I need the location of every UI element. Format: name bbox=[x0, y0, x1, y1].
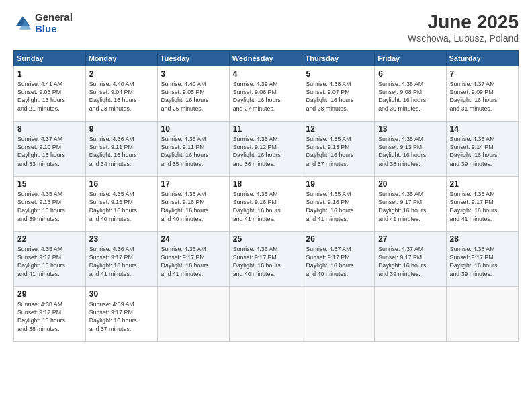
logo: General Blue bbox=[13, 12, 73, 34]
day-number: 26 bbox=[306, 234, 371, 244]
day-number: 2 bbox=[89, 69, 154, 79]
day-number: 12 bbox=[306, 124, 371, 134]
table-row bbox=[302, 286, 375, 341]
day-number: 7 bbox=[450, 69, 515, 79]
table-row bbox=[446, 286, 518, 341]
day-number: 22 bbox=[17, 234, 82, 244]
day-info: Sunrise: 4:36 AM Sunset: 9:11 PM Dayligh… bbox=[161, 135, 226, 168]
table-row: 28Sunrise: 4:38 AM Sunset: 9:17 PM Dayli… bbox=[446, 231, 518, 286]
day-number: 17 bbox=[161, 179, 226, 189]
col-sunday: Sunday bbox=[14, 50, 86, 66]
day-info: Sunrise: 4:35 AM Sunset: 9:16 PM Dayligh… bbox=[233, 190, 299, 223]
col-wednesday: Wednesday bbox=[229, 50, 302, 66]
table-row: 19Sunrise: 4:35 AM Sunset: 9:16 PM Dayli… bbox=[302, 176, 375, 231]
day-number: 14 bbox=[450, 124, 515, 134]
table-row: 26Sunrise: 4:37 AM Sunset: 9:17 PM Dayli… bbox=[302, 231, 375, 286]
col-friday: Friday bbox=[375, 50, 446, 66]
day-info: Sunrise: 4:38 AM Sunset: 9:17 PM Dayligh… bbox=[450, 245, 515, 278]
calendar-header-row: Sunday Monday Tuesday Wednesday Thursday… bbox=[14, 50, 519, 66]
day-number: 29 bbox=[17, 289, 82, 299]
day-number: 24 bbox=[161, 234, 226, 244]
table-row bbox=[229, 286, 302, 341]
table-row: 13Sunrise: 4:35 AM Sunset: 9:13 PM Dayli… bbox=[375, 121, 446, 176]
header: General Blue June 2025 Wschowa, Lubusz, … bbox=[13, 12, 519, 44]
title-block: June 2025 Wschowa, Lubusz, Poland bbox=[408, 12, 519, 44]
day-number: 21 bbox=[450, 179, 515, 189]
col-tuesday: Tuesday bbox=[157, 50, 229, 66]
table-row: 10Sunrise: 4:36 AM Sunset: 9:11 PM Dayli… bbox=[157, 121, 229, 176]
day-info: Sunrise: 4:35 AM Sunset: 9:16 PM Dayligh… bbox=[306, 190, 371, 223]
table-row: 1Sunrise: 4:41 AM Sunset: 9:03 PM Daylig… bbox=[14, 66, 86, 121]
table-row: 4Sunrise: 4:39 AM Sunset: 9:06 PM Daylig… bbox=[229, 66, 302, 121]
table-row: 18Sunrise: 4:35 AM Sunset: 9:16 PM Dayli… bbox=[229, 176, 302, 231]
day-number: 28 bbox=[450, 234, 515, 244]
day-number: 13 bbox=[378, 124, 442, 134]
day-info: Sunrise: 4:35 AM Sunset: 9:17 PM Dayligh… bbox=[450, 190, 515, 223]
day-info: Sunrise: 4:36 AM Sunset: 9:17 PM Dayligh… bbox=[161, 245, 226, 278]
table-row: 30Sunrise: 4:39 AM Sunset: 9:17 PM Dayli… bbox=[85, 286, 157, 341]
day-info: Sunrise: 4:37 AM Sunset: 9:17 PM Dayligh… bbox=[378, 245, 442, 278]
day-info: Sunrise: 4:37 AM Sunset: 9:10 PM Dayligh… bbox=[17, 135, 82, 168]
day-info: Sunrise: 4:35 AM Sunset: 9:17 PM Dayligh… bbox=[17, 245, 82, 278]
table-row: 7Sunrise: 4:37 AM Sunset: 9:09 PM Daylig… bbox=[446, 66, 518, 121]
table-row: 22Sunrise: 4:35 AM Sunset: 9:17 PM Dayli… bbox=[14, 231, 86, 286]
day-number: 11 bbox=[233, 124, 299, 134]
day-info: Sunrise: 4:36 AM Sunset: 9:12 PM Dayligh… bbox=[233, 135, 299, 168]
logo-icon bbox=[13, 14, 32, 33]
col-saturday: Saturday bbox=[446, 50, 518, 66]
table-row: 9Sunrise: 4:36 AM Sunset: 9:11 PM Daylig… bbox=[85, 121, 157, 176]
page: General Blue June 2025 Wschowa, Lubusz, … bbox=[0, 0, 532, 411]
day-info: Sunrise: 4:39 AM Sunset: 9:06 PM Dayligh… bbox=[233, 80, 299, 113]
day-number: 30 bbox=[89, 289, 154, 299]
day-info: Sunrise: 4:37 AM Sunset: 9:09 PM Dayligh… bbox=[450, 80, 515, 113]
table-row: 25Sunrise: 4:36 AM Sunset: 9:17 PM Dayli… bbox=[229, 231, 302, 286]
day-info: Sunrise: 4:40 AM Sunset: 9:04 PM Dayligh… bbox=[89, 80, 154, 113]
table-row: 20Sunrise: 4:35 AM Sunset: 9:17 PM Dayli… bbox=[375, 176, 446, 231]
col-thursday: Thursday bbox=[302, 50, 375, 66]
table-row: 16Sunrise: 4:35 AM Sunset: 9:15 PM Dayli… bbox=[85, 176, 157, 231]
day-number: 1 bbox=[17, 69, 82, 79]
day-info: Sunrise: 4:35 AM Sunset: 9:14 PM Dayligh… bbox=[450, 135, 515, 168]
table-row: 24Sunrise: 4:36 AM Sunset: 9:17 PM Dayli… bbox=[157, 231, 229, 286]
table-row: 5Sunrise: 4:38 AM Sunset: 9:07 PM Daylig… bbox=[302, 66, 375, 121]
table-row: 6Sunrise: 4:38 AM Sunset: 9:08 PM Daylig… bbox=[375, 66, 446, 121]
day-info: Sunrise: 4:36 AM Sunset: 9:17 PM Dayligh… bbox=[233, 245, 299, 278]
day-info: Sunrise: 4:35 AM Sunset: 9:15 PM Dayligh… bbox=[17, 190, 82, 223]
main-title: June 2025 bbox=[408, 12, 519, 33]
day-info: Sunrise: 4:38 AM Sunset: 9:17 PM Dayligh… bbox=[17, 300, 82, 333]
day-number: 19 bbox=[306, 179, 371, 189]
day-number: 8 bbox=[17, 124, 82, 134]
day-number: 3 bbox=[161, 69, 226, 79]
table-row: 14Sunrise: 4:35 AM Sunset: 9:14 PM Dayli… bbox=[446, 121, 518, 176]
table-row: 29Sunrise: 4:38 AM Sunset: 9:17 PM Dayli… bbox=[14, 286, 86, 341]
col-monday: Monday bbox=[85, 50, 157, 66]
day-number: 20 bbox=[378, 179, 442, 189]
day-info: Sunrise: 4:35 AM Sunset: 9:16 PM Dayligh… bbox=[161, 190, 226, 223]
day-number: 9 bbox=[89, 124, 154, 134]
day-number: 6 bbox=[378, 69, 442, 79]
day-number: 27 bbox=[378, 234, 442, 244]
calendar-table: Sunday Monday Tuesday Wednesday Thursday… bbox=[13, 50, 519, 342]
table-row: 21Sunrise: 4:35 AM Sunset: 9:17 PM Dayli… bbox=[446, 176, 518, 231]
day-number: 16 bbox=[89, 179, 154, 189]
day-info: Sunrise: 4:38 AM Sunset: 9:08 PM Dayligh… bbox=[378, 80, 442, 113]
table-row bbox=[375, 286, 446, 341]
day-number: 23 bbox=[89, 234, 154, 244]
day-info: Sunrise: 4:41 AM Sunset: 9:03 PM Dayligh… bbox=[17, 80, 82, 113]
day-info: Sunrise: 4:35 AM Sunset: 9:13 PM Dayligh… bbox=[378, 135, 442, 168]
logo-text: General Blue bbox=[35, 12, 73, 34]
table-row: 12Sunrise: 4:35 AM Sunset: 9:13 PM Dayli… bbox=[302, 121, 375, 176]
day-info: Sunrise: 4:39 AM Sunset: 9:17 PM Dayligh… bbox=[89, 300, 154, 333]
table-row: 2Sunrise: 4:40 AM Sunset: 9:04 PM Daylig… bbox=[85, 66, 157, 121]
day-info: Sunrise: 4:36 AM Sunset: 9:11 PM Dayligh… bbox=[89, 135, 154, 168]
day-info: Sunrise: 4:35 AM Sunset: 9:13 PM Dayligh… bbox=[306, 135, 371, 168]
day-info: Sunrise: 4:38 AM Sunset: 9:07 PM Dayligh… bbox=[306, 80, 371, 113]
table-row: 17Sunrise: 4:35 AM Sunset: 9:16 PM Dayli… bbox=[157, 176, 229, 231]
table-row: 23Sunrise: 4:36 AM Sunset: 9:17 PM Dayli… bbox=[85, 231, 157, 286]
table-row: 8Sunrise: 4:37 AM Sunset: 9:10 PM Daylig… bbox=[14, 121, 86, 176]
table-row: 15Sunrise: 4:35 AM Sunset: 9:15 PM Dayli… bbox=[14, 176, 86, 231]
day-info: Sunrise: 4:35 AM Sunset: 9:15 PM Dayligh… bbox=[89, 190, 154, 223]
table-row: 11Sunrise: 4:36 AM Sunset: 9:12 PM Dayli… bbox=[229, 121, 302, 176]
day-number: 10 bbox=[161, 124, 226, 134]
day-number: 5 bbox=[306, 69, 371, 79]
